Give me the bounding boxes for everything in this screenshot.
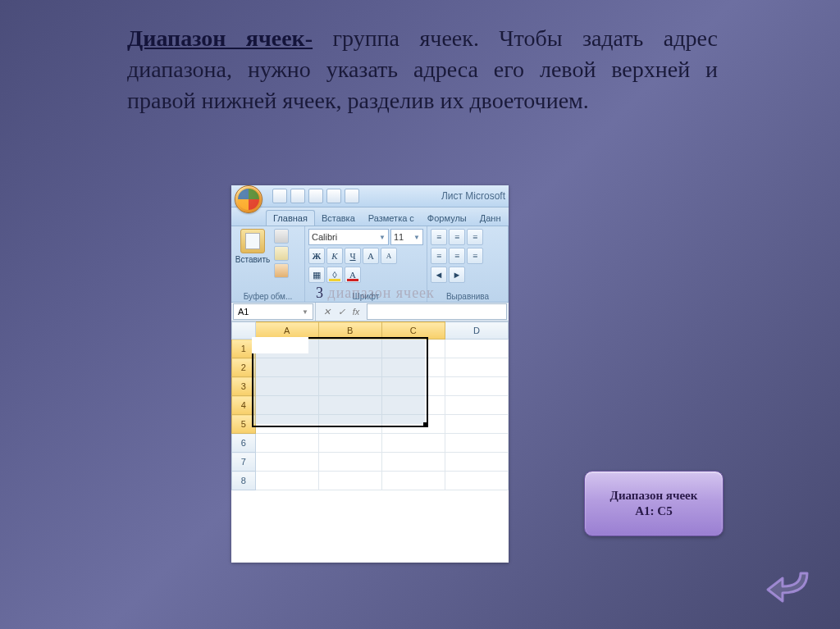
fx-icon[interactable]: fx [350, 306, 362, 317]
col-header-a[interactable]: A [255, 322, 318, 340]
font-name-combo[interactable]: Calibri▼ [308, 229, 389, 245]
chevron-down-icon: ▼ [379, 234, 386, 241]
ribbon-tabs: Главная Вставка Разметка с Формулы Данн [231, 207, 509, 226]
italic-button[interactable]: К [326, 248, 343, 264]
enter-icon[interactable]: ✓ [336, 306, 347, 317]
borders-button[interactable]: ▦ [308, 267, 325, 283]
range-callout: Диапазон ячеек А1: С5 [584, 471, 724, 536]
chevron-down-icon: ▼ [302, 308, 308, 316]
fill-handle[interactable] [423, 422, 428, 427]
callout-line-2: А1: С5 [610, 504, 698, 519]
qat-redo-icon[interactable] [308, 189, 323, 203]
tab-formulas[interactable]: Формулы [421, 211, 473, 226]
definition-paragraph: Диапазон ячеек- группа ячеек. Чтобы зада… [127, 23, 718, 116]
align-middle-button[interactable]: ≡ [449, 229, 465, 245]
align-bottom-button[interactable]: ≡ [467, 229, 483, 245]
window-title: Лист Microsoft [441, 190, 505, 202]
tab-home[interactable]: Главная [266, 210, 315, 226]
alignment-group-label: Выравнива [431, 291, 504, 302]
bold-button[interactable]: Ж [308, 248, 325, 264]
slide: Диапазон ячеек- группа ячеек. Чтобы зада… [0, 0, 840, 629]
row-header[interactable]: 5 [232, 415, 256, 434]
font-size-combo[interactable]: 11▼ [390, 229, 423, 245]
excel-screenshot: Лист Microsoft Главная Вставка Разметка … [231, 185, 509, 563]
return-arrow-icon[interactable] [765, 568, 810, 604]
ribbon-group-clipboard: Вставить Буфер обм... [231, 226, 305, 302]
col-header-d[interactable]: D [445, 322, 508, 340]
row-header[interactable]: 4 [232, 396, 256, 415]
row-header[interactable]: 2 [232, 358, 256, 377]
copy-icon[interactable] [274, 246, 289, 261]
tab-layout[interactable]: Разметка с [362, 211, 421, 226]
qat-save-icon[interactable] [272, 189, 287, 203]
row-header[interactable]: 6 [232, 434, 256, 453]
qat-preview-icon[interactable] [345, 189, 359, 203]
tab-data[interactable]: Данн [473, 211, 508, 226]
paste-label: Вставить [235, 255, 270, 264]
align-right-button[interactable]: ≡ [467, 248, 483, 264]
chevron-down-icon: ▼ [413, 234, 420, 241]
increase-indent-button[interactable]: ► [449, 267, 465, 283]
shrink-font-button[interactable]: A [381, 248, 397, 264]
align-center-button[interactable]: ≡ [449, 248, 465, 264]
ribbon-group-alignment: ≡ ≡ ≡ ≡ ≡ ≡ ◄ ► [427, 226, 509, 302]
col-header-b[interactable]: B [318, 322, 381, 340]
fill-color-button[interactable]: ◊ [326, 267, 343, 283]
term: Диапазон ячеек- [127, 25, 313, 51]
paste-icon [240, 229, 265, 253]
name-box[interactable]: A1 ▼ [233, 303, 313, 320]
qat-undo-icon[interactable] [290, 189, 305, 203]
font-color-button[interactable]: A [345, 267, 361, 283]
row-header[interactable]: 8 [232, 472, 256, 490]
spreadsheet-grid[interactable]: A B C D 1 2 3 4 5 6 7 8 [231, 321, 509, 490]
qat-print-icon[interactable] [326, 189, 341, 203]
format-painter-icon[interactable] [274, 263, 289, 278]
row-header[interactable]: 7 [232, 453, 256, 472]
callout-line-1: Диапазон ячеек [610, 488, 698, 504]
fx-area: ✕ ✓ fx [315, 303, 367, 321]
align-left-button[interactable]: ≡ [431, 248, 447, 264]
decrease-indent-button[interactable]: ◄ [431, 267, 447, 283]
office-button[interactable] [235, 185, 262, 213]
align-top-button[interactable]: ≡ [431, 229, 447, 245]
formula-bar: A1 ▼ ✕ ✓ fx [231, 303, 509, 321]
tab-insert[interactable]: Вставка [315, 211, 362, 226]
clipboard-group-label: Буфер обм... [235, 291, 301, 302]
col-header-c[interactable]: C [381, 322, 445, 340]
cancel-icon[interactable]: ✕ [321, 306, 332, 317]
overlay-text: 3 диапазон ячеек [316, 285, 435, 302]
select-all-corner[interactable] [232, 322, 256, 340]
quick-access-toolbar [272, 189, 359, 203]
grow-font-button[interactable]: A [363, 248, 379, 264]
row-header[interactable]: 3 [232, 377, 256, 396]
formula-input[interactable] [367, 303, 507, 320]
underline-button[interactable]: Ч [345, 248, 361, 264]
title-bar: Лист Microsoft [231, 185, 509, 207]
row-header[interactable]: 1 [232, 340, 256, 358]
paste-button[interactable]: Вставить [235, 229, 271, 264]
cut-icon[interactable] [274, 229, 289, 244]
